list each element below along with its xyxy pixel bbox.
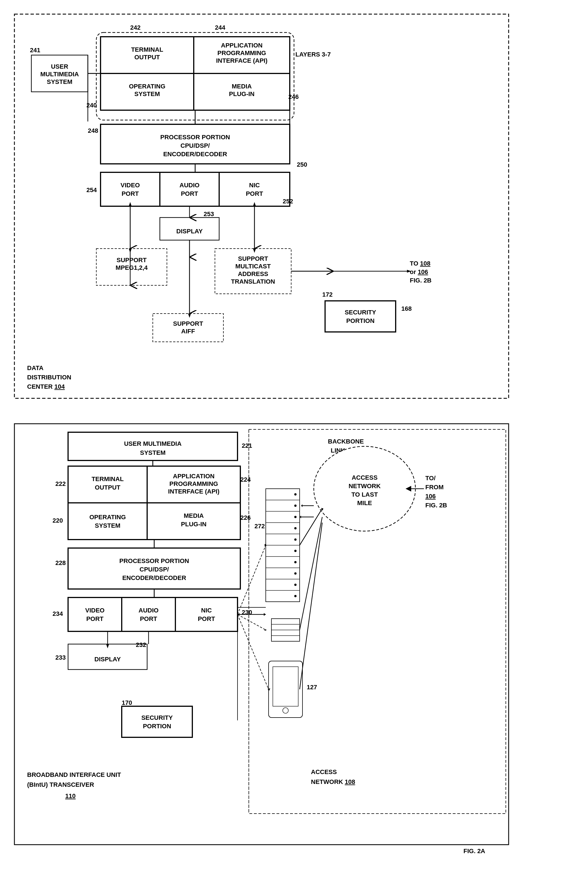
svg-text:FROM: FROM <box>425 484 444 491</box>
svg-text:PROCESSOR PORTION: PROCESSOR PORTION <box>160 134 230 141</box>
ref-222: 222 <box>56 480 66 487</box>
ref-228: 228 <box>56 559 66 566</box>
svg-text:ENCODER/DECODER: ENCODER/DECODER <box>163 150 227 158</box>
svg-text:TO LAST: TO LAST <box>351 491 378 498</box>
ref-168: 168 <box>401 305 412 312</box>
to-from-label: TO/ <box>425 474 435 482</box>
svg-text:CPU/DSP/: CPU/DSP/ <box>140 566 169 573</box>
svg-text:NETWORK 108: NETWORK 108 <box>311 778 355 785</box>
ref-221: 221 <box>242 442 252 449</box>
ref-254: 254 <box>86 186 97 194</box>
svg-text:APPLICATION: APPLICATION <box>173 473 214 480</box>
svg-point-132 <box>294 504 297 507</box>
svg-text:(BIntU) TRANSCEIVER: (BIntU) TRANSCEIVER <box>27 781 94 788</box>
svg-text:SUPPORT: SUPPORT <box>173 320 203 327</box>
svg-rect-146 <box>273 667 298 706</box>
svg-point-135 <box>294 539 297 541</box>
svg-text:INTERFACE (API): INTERFACE (API) <box>168 488 219 495</box>
svg-text:FIG. 2B: FIG. 2B <box>410 277 432 284</box>
svg-rect-54 <box>325 301 396 332</box>
svg-text:TERMINAL: TERMINAL <box>92 476 124 482</box>
svg-rect-101 <box>68 597 122 631</box>
svg-text:SUPPORT: SUPPORT <box>238 255 268 262</box>
svg-text:DISTRIBUTION: DISTRIBUTION <box>27 374 71 381</box>
svg-text:PORT: PORT <box>86 615 104 622</box>
ref-233: 233 <box>56 654 66 661</box>
access-network-label: ACCESS <box>311 768 337 776</box>
svg-text:PLUG-IN: PLUG-IN <box>229 90 255 98</box>
svg-text:110: 110 <box>65 792 76 800</box>
svg-point-138 <box>294 572 297 575</box>
bottom-diagram: USER MULTIMEDIA SYSTEM 221 222 TERMINAL … <box>12 421 565 873</box>
svg-text:CPU/DSP/: CPU/DSP/ <box>180 142 210 149</box>
svg-text:OPERATING: OPERATING <box>89 513 126 521</box>
ref-244: 244 <box>215 24 225 31</box>
ref-234: 234 <box>52 610 63 617</box>
svg-text:SYSTEM: SYSTEM <box>140 449 165 456</box>
to-label: TO 108 <box>410 260 430 267</box>
svg-text:MPEG1,2,4: MPEG1,2,4 <box>116 264 148 271</box>
svg-rect-30 <box>160 172 219 206</box>
svg-point-133 <box>294 516 297 518</box>
page-container: 241 USER MULTIMEDIA SYSTEM 240 242 244 T… <box>12 11 576 873</box>
ref-252: 252 <box>283 198 293 205</box>
svg-text:NETWORK: NETWORK <box>348 482 381 489</box>
fig-2a-label: FIG. 2A <box>464 848 485 854</box>
svg-text:OUTPUT: OUTPUT <box>134 54 160 61</box>
ref-127: 127 <box>307 684 317 691</box>
svg-text:VIDEO: VIDEO <box>85 607 105 614</box>
ref-232: 232 <box>136 641 146 648</box>
svg-rect-89 <box>68 503 147 540</box>
svg-text:PROGRAMMING: PROGRAMMING <box>218 50 266 57</box>
svg-text:VIDEO: VIDEO <box>121 182 140 189</box>
ref-226: 226 <box>240 514 251 521</box>
svg-text:INTERFACE (API): INTERFACE (API) <box>216 57 267 64</box>
svg-rect-107 <box>176 597 237 631</box>
svg-text:APPLICATION: APPLICATION <box>221 42 262 49</box>
svg-text:SYSTEM: SYSTEM <box>47 78 72 85</box>
svg-text:ENCODER/DECODER: ENCODER/DECODER <box>122 574 186 581</box>
svg-point-131 <box>294 493 297 495</box>
svg-point-136 <box>294 550 297 552</box>
svg-text:OPERATING: OPERATING <box>129 83 165 90</box>
svg-text:NIC: NIC <box>249 182 260 189</box>
ref-250: 250 <box>297 161 307 168</box>
svg-text:PORTION: PORTION <box>346 317 375 324</box>
svg-text:USER MULTIMEDIA: USER MULTIMEDIA <box>124 440 182 447</box>
svg-text:MULTICAST: MULTICAST <box>235 263 271 270</box>
svg-text:ADDRESS: ADDRESS <box>238 270 268 278</box>
ref-224: 224 <box>240 476 251 483</box>
svg-rect-104 <box>122 597 176 631</box>
backbone-label: BACKBONE <box>328 438 364 445</box>
svg-text:TERMINAL: TERMINAL <box>131 46 163 53</box>
ref-272: 272 <box>255 522 265 530</box>
svg-text:NIC: NIC <box>201 607 212 614</box>
svg-text:PORTION: PORTION <box>143 723 171 730</box>
svg-text:SECURITY: SECURITY <box>141 714 173 721</box>
svg-text:USER: USER <box>51 63 68 70</box>
svg-text:PLUG-IN: PLUG-IN <box>181 521 207 528</box>
ref-241: 241 <box>30 47 40 54</box>
ref-253: 253 <box>204 210 214 218</box>
svg-text:SYSTEM: SYSTEM <box>95 522 120 529</box>
svg-point-140 <box>294 595 297 597</box>
svg-point-137 <box>294 561 297 563</box>
svg-text:MULTIMEDIA: MULTIMEDIA <box>40 71 79 78</box>
svg-text:MEDIA: MEDIA <box>184 512 204 519</box>
top-diagram: 241 USER MULTIMEDIA SYSTEM 240 242 244 T… <box>12 11 565 407</box>
svg-text:or 106: or 106 <box>410 269 428 275</box>
layers-label: LAYERS 3-7 <box>296 51 331 58</box>
svg-rect-33 <box>219 172 290 206</box>
svg-text:PORT: PORT <box>140 615 157 622</box>
svg-text:MEDIA: MEDIA <box>232 83 252 90</box>
svg-text:OUTPUT: OUTPUT <box>95 484 121 491</box>
ref-242: 242 <box>130 24 141 31</box>
svg-text:TRANSLATION: TRANSLATION <box>231 278 275 285</box>
svg-text:SYSTEM: SYSTEM <box>134 90 160 98</box>
svg-text:FIG. 2B: FIG. 2B <box>425 502 447 509</box>
svg-text:ACCESS: ACCESS <box>352 474 378 481</box>
svg-text:AUDIO: AUDIO <box>180 182 200 189</box>
svg-text:AUDIO: AUDIO <box>139 607 159 614</box>
broadband-label: BROADBAND INTERFACE UNIT <box>27 771 121 778</box>
svg-text:CENTER 104: CENTER 104 <box>27 383 65 390</box>
